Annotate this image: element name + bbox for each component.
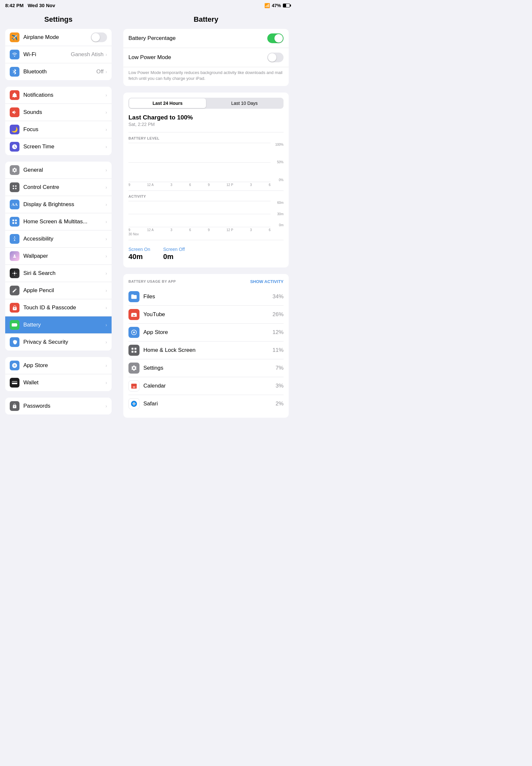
app-row-appstore[interactable]: App Store 12% (128, 323, 284, 341)
privacy-security-chevron: › (105, 339, 107, 345)
activity-y-0: 0m (272, 223, 284, 227)
svg-point-10 (14, 237, 15, 237)
focus-icon: 🌙 (10, 125, 19, 134)
app-store-label: App Store (23, 362, 105, 369)
sidebar-item-focus[interactable]: 🌙 Focus › (5, 121, 112, 138)
y-label-50: 50% (272, 160, 284, 164)
sidebar-section-connectivity: ✈️ Airplane Mode Wi-Fi Ganesh Atish › (5, 29, 112, 80)
sidebar-item-airplane-mode[interactable]: ✈️ Airplane Mode (5, 29, 112, 46)
sidebar-item-wifi[interactable]: Wi-Fi Ganesh Atish › (5, 46, 112, 63)
last-24-hours-btn[interactable]: Last 24 Hours (129, 98, 206, 108)
svg-point-3 (15, 185, 17, 187)
x-label-12p: 12 P (226, 183, 233, 187)
wallpaper-chevron: › (105, 253, 107, 259)
safari-pct: 2% (275, 401, 284, 407)
low-power-mode-label: Low Power Mode (128, 54, 171, 61)
x-label-3pm: 3 (250, 183, 252, 187)
battery-level-label: BATTERY LEVEL (128, 136, 284, 140)
accessibility-chevron: › (105, 236, 107, 241)
svg-rect-6 (12, 219, 14, 221)
content-panel: Battery Battery Percentage Low Power Mod… (117, 9, 295, 434)
wallet-icon (10, 378, 19, 388)
sidebar-section-passwords: Passwords › (5, 398, 112, 415)
sidebar-item-accessibility[interactable]: Accessibility › (5, 230, 112, 248)
screen-time-label: Screen Time (23, 143, 105, 150)
content-title: Battery (123, 13, 289, 29)
battery-icon (10, 320, 19, 330)
sidebar-item-home-screen[interactable]: Home Screen & Multitas... › (5, 213, 112, 230)
time-range-segmented-control[interactable]: Last 24 Hours Last 10 Days (128, 98, 284, 109)
status-bar: 8:42 PM Wed 30 Nov 📶 47% (0, 0, 295, 9)
svg-rect-18 (135, 347, 137, 349)
low-power-mode-toggle[interactable] (267, 53, 284, 62)
svg-point-2 (13, 185, 14, 187)
touch-id-passcode-icon (10, 303, 19, 312)
low-power-mode-row: Low Power Mode (123, 48, 289, 67)
sidebar-item-bluetooth[interactable]: Bluetooth Off › (5, 63, 112, 80)
sidebar-item-screen-time[interactable]: Screen Time › (5, 138, 112, 155)
appstore-name: App Store (143, 329, 272, 335)
sidebar-item-passwords[interactable]: Passwords › (5, 398, 112, 415)
sidebar-item-control-centre[interactable]: Control Centre › (5, 179, 112, 196)
app-row-safari[interactable]: Safari 2% (128, 395, 284, 413)
activity-y-60: 60m (272, 201, 284, 204)
home-lock-pct: 11% (272, 347, 284, 353)
x-label-3am: 3 (171, 183, 173, 187)
act-x-12a: 12 A (147, 228, 154, 232)
app-row-home-lock[interactable]: Home & Lock Screen 11% (128, 341, 284, 359)
svg-rect-7 (15, 219, 17, 221)
sidebar-section-notifications: Notifications › Sounds › 🌙 Focus › (5, 87, 112, 155)
control-centre-chevron: › (105, 185, 107, 190)
sidebar-title: Settings (0, 13, 117, 29)
wallet-label: Wallet (23, 379, 105, 386)
home-screen-chevron: › (105, 219, 107, 224)
bluetooth-icon (10, 67, 19, 77)
focus-chevron: › (105, 127, 107, 132)
sidebar-item-sounds[interactable]: Sounds › (5, 104, 112, 121)
safari-name: Safari (143, 401, 275, 407)
sidebar-item-touch-id-passcode[interactable]: Touch ID & Passcode › (5, 299, 112, 316)
svg-rect-23 (131, 385, 137, 385)
sidebar-item-wallet[interactable]: Wallet › (5, 374, 112, 391)
airplane-mode-toggle[interactable] (91, 32, 107, 42)
svg-point-29 (134, 404, 135, 405)
app-row-files[interactable]: Files 34% (128, 288, 284, 306)
app-row-calendar[interactable]: 30 Calendar 3% (128, 377, 284, 395)
chart-divider-3 (128, 240, 284, 240)
sidebar-item-general[interactable]: General › (5, 162, 112, 179)
sidebar-item-app-store[interactable]: App Store › (5, 357, 112, 374)
sidebar-item-privacy-security[interactable]: Privacy & Security › (5, 334, 112, 350)
battery-percentage-toggle[interactable] (267, 33, 284, 43)
act-x-9p: 9 (208, 228, 210, 232)
usage-title: BATTERY USAGE BY APP (128, 279, 176, 283)
sidebar-item-wallpaper[interactable]: Wallpaper › (5, 248, 112, 265)
sidebar-section-general: General › Control Centre › AA Display & … (5, 162, 112, 350)
activity-chart: 60m 30m 0m (128, 201, 284, 227)
notifications-icon (10, 90, 19, 100)
chart-divider-2 (128, 190, 284, 191)
battery-level-y-labels: 100% 50% 0% (272, 143, 284, 182)
app-row-settings[interactable]: Settings 7% (128, 359, 284, 377)
svg-rect-19 (132, 351, 134, 353)
siri-search-chevron: › (105, 271, 107, 276)
sidebar-item-display-brightness[interactable]: AA Display & Brightness › (5, 196, 112, 213)
app-store-chevron: › (105, 363, 107, 368)
notifications-chevron: › (105, 92, 107, 98)
bluetooth-chevron: › (105, 69, 107, 74)
svg-rect-8 (12, 222, 14, 224)
sidebar-item-siri-search[interactable]: Siri & Search › (5, 265, 112, 282)
airplane-mode-icon: ✈️ (10, 32, 19, 42)
show-activity-btn[interactable]: SHOW ACTIVITY (250, 279, 284, 284)
files-icon (128, 291, 139, 302)
last-10-days-btn[interactable]: Last 10 Days (206, 98, 283, 108)
activity-label: ACTIVITY (128, 194, 284, 198)
grid-line-0 (128, 182, 271, 182)
sidebar-item-battery[interactable]: Battery › (5, 316, 112, 334)
app-store-icon (10, 360, 19, 370)
sidebar-item-notifications[interactable]: Notifications › (5, 87, 112, 104)
passwords-icon (10, 401, 19, 411)
sidebar-item-apple-pencil[interactable]: Apple Pencil › (5, 282, 112, 299)
app-row-youtube[interactable]: YouTube 26% (128, 306, 284, 323)
calendar-icon: 30 (128, 380, 139, 392)
youtube-pct: 26% (272, 311, 284, 318)
